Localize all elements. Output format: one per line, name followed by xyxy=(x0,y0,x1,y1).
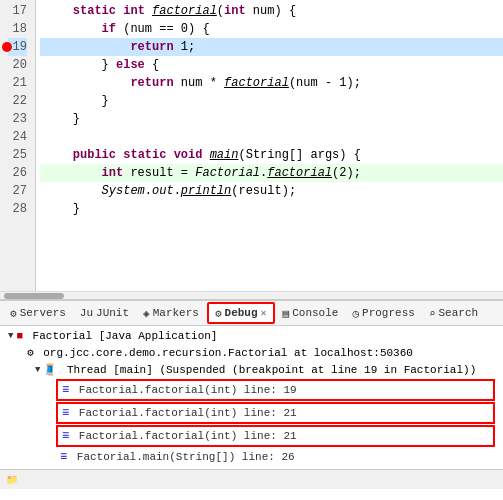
code-line-22: } xyxy=(40,92,503,110)
line-numbers: 171819202122232425262728 xyxy=(0,0,36,291)
progress-icon: ◷ xyxy=(352,307,359,320)
junit-icon: Ju xyxy=(80,307,93,319)
line-number-26: 26 xyxy=(8,164,27,182)
junit-label: JUnit xyxy=(96,307,129,319)
debug-label: Debug xyxy=(225,307,258,319)
stack-frame-1[interactable]: ≡ Factorial.factorial(int) line: 21 xyxy=(56,402,495,424)
line-number-24: 24 xyxy=(8,128,27,146)
debug-icon: ⚙ xyxy=(215,307,222,320)
status-bar: 📁 xyxy=(0,469,503,489)
editor-area: 171819202122232425262728 static int fact… xyxy=(0,0,503,300)
stack-frame-0[interactable]: ≡ Factorial.factorial(int) line: 19 xyxy=(56,379,495,401)
line-number-22: 22 xyxy=(8,92,27,110)
proc-label: org.jcc.core.demo.recursion.Factorial at… xyxy=(37,347,413,359)
tab-markers[interactable]: ◈Markers xyxy=(137,302,205,324)
code-lines: static int factorial(int num) { if (num … xyxy=(36,0,503,291)
line-number-25: 25 xyxy=(8,146,27,164)
status-icon: 📁 xyxy=(6,474,18,486)
code-line-25: public static void main(String[] args) { xyxy=(40,146,503,164)
debug-panel: ▼■ Factorial [Java Application]⚙ org.jcc… xyxy=(0,326,503,489)
progress-label: Progress xyxy=(362,307,415,319)
debug-tree: ▼■ Factorial [Java Application]⚙ org.jcc… xyxy=(0,326,503,469)
code-line-17: static int factorial(int num) { xyxy=(40,2,503,20)
debug-process-node[interactable]: ⚙ org.jcc.core.demo.recursion.Factorial … xyxy=(8,344,495,361)
code-line-27: System.out.println(result); xyxy=(40,182,503,200)
line-number-27: 27 xyxy=(8,182,27,200)
line-number-17: 17 xyxy=(8,2,27,20)
line-number-18: 18 xyxy=(8,20,27,38)
stack-frame-3[interactable]: ≡ Factorial.main(String[]) line: 26 xyxy=(56,448,495,466)
tab-search[interactable]: ⌕Search xyxy=(423,302,484,324)
line-number-19: 19 xyxy=(8,38,27,56)
markers-icon: ◈ xyxy=(143,307,150,320)
frame-icon-2: ≡ xyxy=(62,429,69,443)
line-number-28: 28 xyxy=(8,200,27,218)
app-arrow: ▼ xyxy=(8,331,13,341)
frame-icon-3: ≡ xyxy=(60,450,67,464)
tab-servers[interactable]: ⚙Servers xyxy=(4,302,72,324)
servers-label: Servers xyxy=(20,307,66,319)
code-line-23: } xyxy=(40,110,503,128)
frame-text-3: Factorial.main(String[]) line: 26 xyxy=(70,451,294,463)
code-line-26: int result = Factorial.factorial(2); xyxy=(40,164,503,182)
debug-close[interactable]: ✕ xyxy=(261,307,267,319)
line-number-23: 23 xyxy=(8,110,27,128)
code-line-21: return num * factorial(num - 1); xyxy=(40,74,503,92)
search-icon: ⌕ xyxy=(429,307,436,320)
line-number-20: 20 xyxy=(8,56,27,74)
tab-console[interactable]: ▤Console xyxy=(277,302,345,324)
code-line-19: return 1; xyxy=(40,38,503,56)
proc-icon: ⚙ xyxy=(27,346,34,359)
line-number-21: 21 xyxy=(8,74,27,92)
thread-icon: 🧵 xyxy=(43,363,57,376)
tab-progress[interactable]: ◷Progress xyxy=(346,302,420,324)
code-line-28: } xyxy=(40,200,503,218)
app-icon: ■ xyxy=(16,330,23,342)
tab-debug[interactable]: ⚙Debug✕ xyxy=(207,302,275,324)
frame-text-1: Factorial.factorial(int) line: 21 xyxy=(72,407,296,419)
thread-arrow: ▼ xyxy=(35,365,40,375)
console-label: Console xyxy=(292,307,338,319)
scrollbar-thumb[interactable] xyxy=(4,293,64,299)
markers-label: Markers xyxy=(153,307,199,319)
frame-text-0: Factorial.factorial(int) line: 19 xyxy=(72,384,296,396)
search-label: Search xyxy=(438,307,478,319)
servers-icon: ⚙ xyxy=(10,307,17,320)
frame-text-2: Factorial.factorial(int) line: 21 xyxy=(72,430,296,442)
console-icon: ▤ xyxy=(283,307,290,320)
frame-icon-0: ≡ xyxy=(62,383,69,397)
code-line-18: if (num == 0) { xyxy=(40,20,503,38)
tab-junit[interactable]: JuJUnit xyxy=(74,302,135,324)
code-line-20: } else { xyxy=(40,56,503,74)
thread-label: Thread [main] (Suspended (breakpoint at … xyxy=(60,364,476,376)
code-line-24 xyxy=(40,128,503,146)
debug-thread-node[interactable]: ▼🧵 Thread [main] (Suspended (breakpoint … xyxy=(8,361,495,378)
frame-icon-1: ≡ xyxy=(62,406,69,420)
debug-app-node[interactable]: ▼■ Factorial [Java Application] xyxy=(8,328,495,344)
tab-bar: ⚙ServersJuJUnit◈Markers⚙Debug✕▤Console◷P… xyxy=(0,300,503,326)
editor-scrollbar[interactable] xyxy=(0,291,503,299)
app-label: Factorial [Java Application] xyxy=(26,330,217,342)
stack-frame-2[interactable]: ≡ Factorial.factorial(int) line: 21 xyxy=(56,425,495,447)
